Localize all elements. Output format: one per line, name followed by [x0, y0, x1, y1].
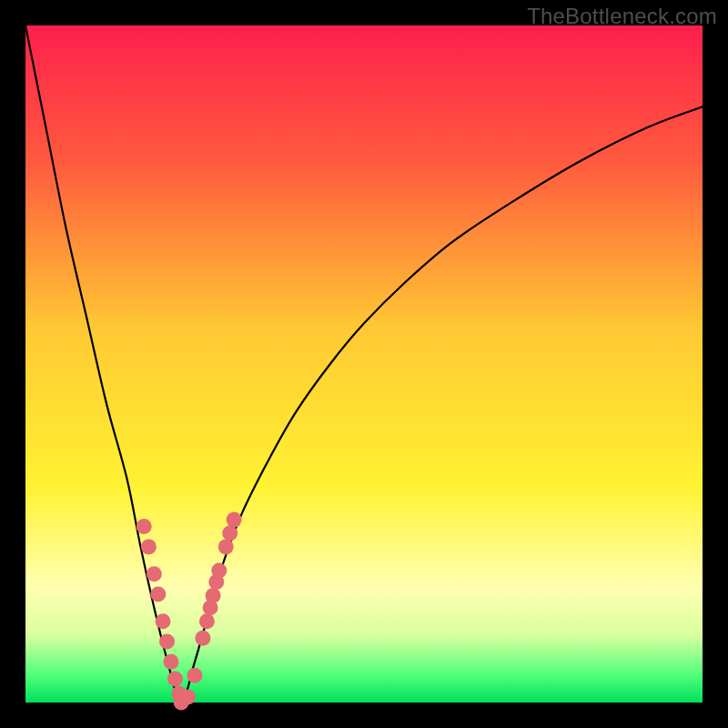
marker-group [136, 512, 242, 711]
curve-marker [156, 613, 171, 629]
bottleneck-curve [25, 25, 703, 703]
curve-marker [147, 566, 162, 581]
curve-marker [141, 539, 157, 554]
chart-frame: TheBottleneck.com [0, 0, 728, 728]
curve-marker [163, 654, 178, 670]
curve-marker [150, 586, 166, 602]
curve-marker [218, 539, 234, 554]
curve-marker [222, 526, 238, 541]
curve-marker [187, 668, 203, 683]
curve-marker [195, 631, 210, 646]
curve-marker [211, 562, 227, 578]
curve-marker [206, 588, 221, 603]
curve-marker [167, 671, 183, 686]
chart-svg [25, 25, 703, 703]
curve-marker [199, 613, 215, 629]
watermark-text: TheBottleneck.com [527, 4, 717, 29]
plot-area [25, 25, 703, 703]
curve-marker [136, 519, 152, 534]
curve-marker [180, 690, 196, 705]
curve-marker [227, 512, 242, 528]
curve-marker [159, 634, 175, 650]
